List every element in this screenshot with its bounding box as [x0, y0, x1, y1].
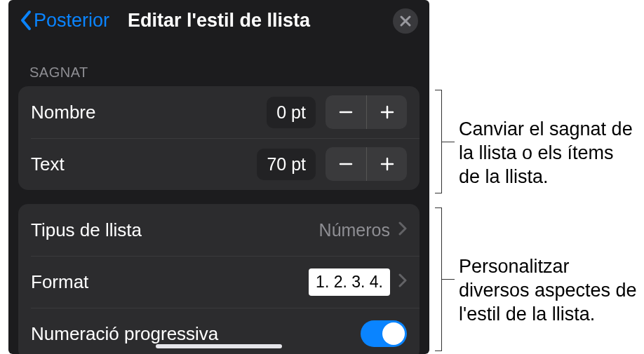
callout-bracket-2 [435, 207, 442, 351]
text-increment-button[interactable] [366, 147, 407, 181]
label-text: Text [31, 154, 257, 175]
nombre-decrement-button[interactable] [326, 95, 366, 129]
callout-line-1 [442, 142, 455, 142]
text-decrement-button[interactable] [326, 147, 366, 181]
back-button[interactable]: Posterior [20, 10, 109, 32]
toggle-numprog[interactable] [361, 320, 407, 347]
edit-list-style-panel: Posterior Editar l'estil de llista SAGNA… [8, 0, 429, 354]
close-icon [399, 15, 412, 27]
callout-line-2 [442, 279, 455, 280]
chevron-right-icon [398, 273, 407, 291]
label-format: Format [31, 271, 309, 293]
row-text: Text 70 pt [18, 138, 420, 190]
label-nombre: Nombre [31, 102, 267, 123]
plus-icon [380, 156, 395, 172]
minus-icon [338, 104, 354, 120]
chevron-left-icon [20, 10, 32, 31]
row-format[interactable]: Format 1. 2. 3. 4. [18, 256, 420, 308]
callout-2: Personalitzar diversos aspectes de l'est… [459, 255, 644, 326]
section-label-sagnat: SAGNAT [8, 41, 429, 86]
close-button[interactable] [393, 8, 418, 34]
stepper-text [326, 147, 407, 181]
label-numprog: Numeració progressiva [31, 323, 361, 345]
plus-icon [380, 104, 395, 120]
chevron-right-icon [398, 221, 407, 239]
back-label: Posterior [34, 10, 109, 32]
row-nombre: Nombre 0 pt [18, 86, 420, 138]
value-tipus: Números [319, 220, 390, 240]
callout-1: Canviar el sagnat de la llista o els íte… [459, 118, 637, 189]
toggle-knob [382, 322, 405, 345]
nombre-increment-button[interactable] [366, 95, 407, 129]
home-indicator [156, 344, 282, 348]
value-text[interactable]: 70 pt [257, 149, 316, 180]
value-nombre[interactable]: 0 pt [267, 97, 316, 128]
callout-bracket-1 [435, 90, 442, 193]
stepper-nombre [326, 95, 407, 129]
group-style: Tipus de llista Números Format 1. 2. 3. … [18, 204, 420, 354]
minus-icon [338, 156, 354, 172]
label-tipus: Tipus de llista [31, 219, 319, 241]
value-format: 1. 2. 3. 4. [309, 268, 390, 296]
panel-header: Posterior Editar l'estil de llista [8, 0, 429, 41]
group-sagnat: Nombre 0 pt Text 70 pt [18, 86, 420, 190]
row-tipus[interactable]: Tipus de llista Números [18, 204, 420, 256]
